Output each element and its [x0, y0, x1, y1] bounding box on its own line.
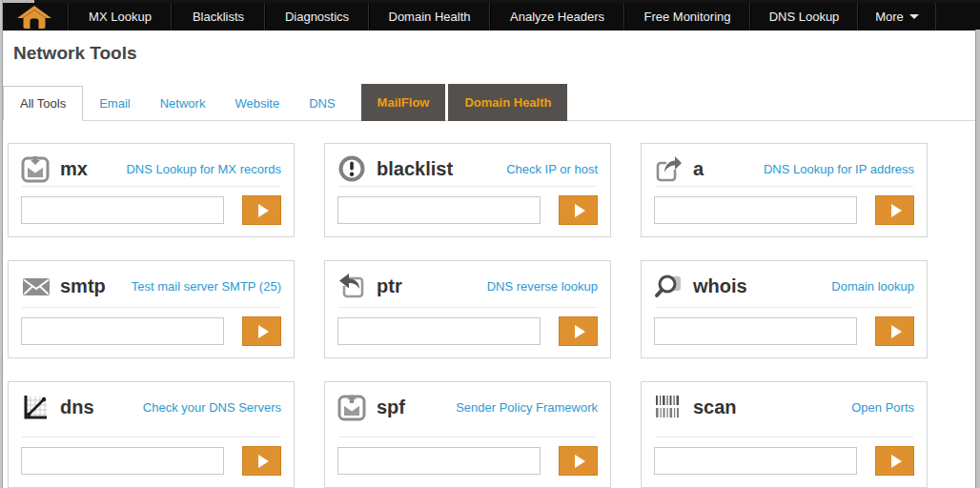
tool-description-link[interactable]: Sender Policy Framework	[456, 400, 598, 415]
a-go-button[interactable]	[875, 195, 914, 225]
scan-go-button[interactable]	[875, 446, 914, 476]
tool-name: mx	[60, 158, 88, 180]
tool-description-link[interactable]: DNS Lookup for MX records	[126, 162, 281, 176]
card-divider	[338, 186, 597, 187]
tool-name: a	[693, 158, 704, 180]
card-divider	[22, 437, 280, 437]
tool-name: dns	[60, 396, 94, 418]
tab-website[interactable]: Website	[221, 86, 293, 120]
smtp-input[interactable]	[21, 317, 224, 345]
tool-name: scan	[693, 396, 737, 418]
nav-item-blacklists[interactable]: Blacklists	[172, 3, 265, 30]
nav-item-label: Blacklists	[193, 10, 244, 24]
tool-name: whois	[693, 275, 747, 297]
nav-item-domain-health[interactable]: Domain Health	[369, 3, 490, 30]
card-divider	[655, 437, 913, 437]
tool-card-whois: whois Domain lookup	[641, 260, 928, 358]
tool-description-link[interactable]: Domain lookup	[831, 279, 914, 294]
play-arrow-icon	[575, 455, 585, 468]
nav-item-label: DNS Lookup	[769, 10, 840, 24]
chevron-down-icon	[909, 14, 919, 19]
navbar-filler	[936, 3, 980, 30]
nav-item-label: Diagnostics	[285, 10, 349, 24]
share-arrow-icon	[654, 154, 684, 183]
tab-domain-health[interactable]: Domain Health	[448, 84, 567, 121]
tool-description-link[interactable]: Check IP or host	[506, 162, 598, 176]
top-navbar: MX Lookup Blacklists Diagnostics Domain …	[0, 3, 980, 30]
window-left-edge	[0, 0, 3, 488]
mx-envelope-up-arrow-icon	[337, 393, 368, 421]
mx-envelope-down-arrow-icon	[21, 154, 51, 183]
tab-label: MailFlow	[378, 95, 430, 110]
nav-item-analyze-headers[interactable]: Analyze Headers	[490, 3, 624, 30]
tab-label: All Tools	[20, 96, 66, 111]
nav-item-label: Analyze Headers	[510, 10, 604, 24]
play-arrow-icon	[575, 204, 585, 217]
nav-item-more[interactable]: More	[858, 3, 936, 30]
envelope-icon	[21, 272, 51, 300]
home-icon	[17, 6, 51, 29]
tool-card-a: a DNS Lookup for IP address	[641, 143, 928, 237]
play-arrow-icon	[258, 455, 269, 468]
whois-input[interactable]	[654, 317, 857, 345]
tool-card-spf: spf Sender Policy Framework	[324, 381, 611, 488]
card-divider	[655, 186, 913, 187]
nav-item-dns-lookup[interactable]: DNS Lookup	[750, 3, 858, 30]
tab-label: Domain Health	[464, 95, 551, 110]
window-right-edge[interactable]	[975, 30, 980, 488]
reply-arrow-icon	[337, 272, 368, 300]
mx-go-button[interactable]	[242, 195, 281, 225]
card-divider	[338, 437, 597, 437]
tool-category-tabbar: All Tools Email Network Website DNS Mail…	[3, 85, 975, 121]
card-divider	[338, 307, 597, 308]
play-arrow-icon	[258, 204, 269, 217]
tab-label: Email	[99, 96, 131, 111]
nav-item-label: MX Lookup	[89, 10, 152, 24]
whois-go-button[interactable]	[875, 316, 914, 346]
ptr-go-button[interactable]	[559, 316, 598, 346]
nav-item-label: Free Monitoring	[643, 10, 730, 24]
tool-description-link[interactable]: Test mail server SMTP (25)	[132, 279, 281, 294]
tab-all-tools[interactable]: All Tools	[3, 86, 83, 121]
tab-mailflow[interactable]: MailFlow	[361, 84, 446, 121]
blacklist-go-button[interactable]	[559, 195, 598, 225]
tab-label: Network	[160, 96, 206, 111]
card-divider	[22, 307, 280, 308]
tab-dns[interactable]: DNS	[296, 86, 348, 120]
tool-description-link[interactable]: Check your DNS Servers	[143, 400, 281, 415]
barcode-icon	[654, 393, 684, 421]
tool-description-link[interactable]: DNS reverse lookup	[487, 279, 598, 294]
tool-card-blacklist: blacklist Check IP or host	[324, 143, 611, 237]
ptr-input[interactable]	[337, 317, 541, 345]
nav-item-mx-lookup[interactable]: MX Lookup	[69, 3, 172, 30]
play-arrow-icon	[258, 325, 269, 338]
page-title: Network Tools	[13, 43, 980, 64]
tool-name: spf	[377, 396, 405, 418]
tab-email[interactable]: Email	[86, 86, 144, 120]
tool-card-scan: scan Open Ports	[641, 381, 928, 488]
mx-input[interactable]	[21, 196, 224, 224]
tool-description-link[interactable]: Open Ports	[851, 400, 914, 415]
play-arrow-icon	[575, 325, 585, 338]
exclamation-circle-icon	[337, 154, 368, 183]
spf-go-button[interactable]	[559, 446, 598, 476]
smtp-go-button[interactable]	[242, 316, 281, 346]
dns-input[interactable]	[21, 447, 224, 475]
blacklist-input[interactable]	[337, 196, 541, 224]
dns-go-button[interactable]	[242, 446, 281, 476]
tab-network[interactable]: Network	[147, 86, 219, 120]
tool-card-dns: dns Check your DNS Servers	[8, 381, 295, 488]
nav-item-diagnostics[interactable]: Diagnostics	[265, 3, 369, 30]
tool-description-link[interactable]: DNS Lookup for IP address	[764, 162, 914, 176]
nav-home[interactable]	[0, 3, 69, 30]
a-input[interactable]	[654, 196, 857, 224]
tool-cards-grid: mx DNS Lookup for MX records blacklist C…	[8, 143, 980, 488]
nav-item-free-monitoring[interactable]: Free Monitoring	[624, 3, 750, 30]
tab-label: DNS	[309, 96, 335, 111]
tool-card-smtp: smtp Test mail server SMTP (25)	[8, 260, 295, 358]
card-divider	[22, 186, 280, 187]
tool-name: smtp	[60, 275, 106, 297]
scan-input[interactable]	[654, 447, 857, 475]
tool-name: blacklist	[377, 158, 453, 180]
spf-input[interactable]	[337, 447, 541, 475]
